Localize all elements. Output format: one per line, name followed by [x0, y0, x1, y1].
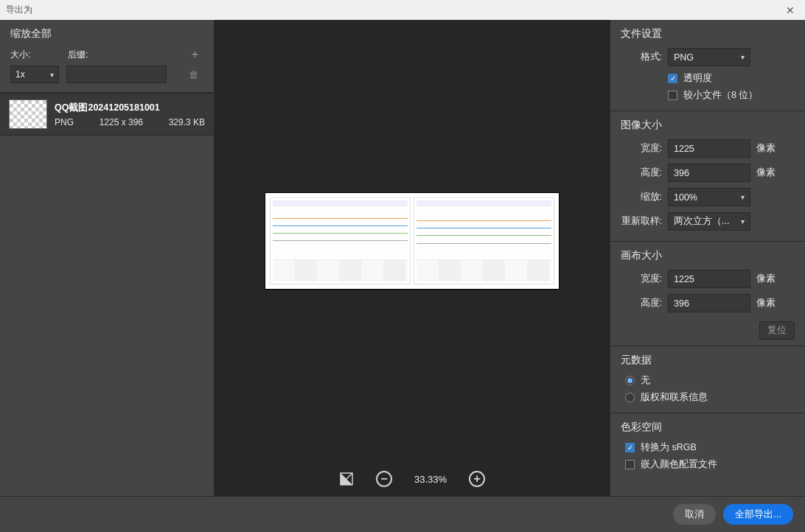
suffix-label: 后缀:: [68, 49, 125, 61]
export-all-button[interactable]: 全部导出...: [723, 504, 793, 525]
asset-thumbnail: [9, 99, 47, 129]
zoom-out-icon[interactable]: −: [376, 471, 392, 487]
metadata-title: 元数据: [621, 354, 795, 367]
format-select[interactable]: PNG ▾: [668, 48, 750, 66]
convert-srgb-checkbox[interactable]: ✓: [625, 443, 635, 452]
size-select[interactable]: 1x ▾: [10, 66, 59, 83]
zoom-level[interactable]: 33.33%: [414, 474, 447, 485]
titlebar: 导出为 ✕: [0, 0, 805, 20]
smaller-file-checkbox[interactable]: [668, 91, 677, 100]
canvas-width-label: 宽度:: [637, 273, 662, 285]
unit-label: 像素: [756, 297, 776, 309]
left-panel: 缩放全部 大小: 后缀: + 1x ▾ 🗑 QQ截图20241205181001: [0, 20, 215, 496]
canvas-height-input[interactable]: [668, 294, 750, 312]
metadata-none-label: 无: [641, 374, 650, 387]
reset-button[interactable]: 复位: [759, 321, 795, 340]
asset-dimensions: 1225 x 396: [100, 117, 143, 127]
close-icon[interactable]: ✕: [776, 0, 805, 20]
scale-all-title: 缩放全部: [10, 27, 203, 41]
format-label: 格式:: [637, 51, 662, 63]
asset-format: PNG: [55, 117, 74, 127]
metadata-copyright-label: 版权和联系信息: [641, 391, 708, 404]
unit-label: 像素: [756, 273, 776, 285]
smaller-file-label: 较小文件（8 位）: [683, 89, 758, 102]
footer: 取消 全部导出...: [0, 496, 805, 532]
transparency-label: 透明度: [683, 72, 712, 85]
trash-icon[interactable]: 🗑: [189, 69, 198, 80]
chevron-down-icon: ▾: [50, 71, 54, 79]
img-scale-select[interactable]: 100% ▾: [668, 188, 750, 206]
size-label: 大小:: [10, 49, 68, 61]
embed-profile-label: 嵌入颜色配置文件: [641, 458, 717, 471]
img-width-label: 宽度:: [637, 142, 662, 155]
canvas-width-input[interactable]: [668, 270, 750, 288]
resample-label: 重新取样:: [621, 215, 662, 228]
asset-name: QQ截图20241205181001: [55, 102, 205, 114]
chevron-down-icon: ▾: [741, 53, 745, 61]
img-height-label: 高度:: [637, 167, 662, 179]
right-panel: 文件设置 格式: PNG ▾ ✓ 透明度 较小文件（8 位） 图像大小 宽度:: [610, 20, 805, 496]
embed-profile-checkbox[interactable]: [625, 460, 635, 469]
image-size-title: 图像大小: [621, 119, 795, 132]
resample-select[interactable]: 两次立方（... ▾: [668, 212, 750, 231]
size-value: 1x: [15, 69, 25, 80]
window-title: 导出为: [6, 4, 32, 16]
canvas-height-label: 高度:: [637, 297, 662, 309]
preview-image: [265, 193, 559, 289]
canvas-size-title: 画布大小: [621, 249, 795, 262]
img-width-input[interactable]: [668, 139, 750, 158]
convert-srgb-label: 转换为 sRGB: [641, 441, 697, 454]
zoom-in-icon[interactable]: +: [469, 471, 485, 487]
metadata-copyright-radio[interactable]: [625, 393, 635, 402]
chevron-down-icon: ▾: [741, 193, 745, 201]
suffix-input[interactable]: [66, 66, 167, 83]
unit-label: 像素: [756, 167, 776, 179]
preview-stage[interactable]: [215, 20, 610, 462]
center-panel: − 33.33% +: [215, 20, 610, 496]
unit-label: 像素: [756, 142, 776, 155]
asset-filesize: 329.3 KB: [169, 117, 205, 127]
metadata-none-radio[interactable]: [625, 376, 635, 385]
add-size-icon[interactable]: +: [192, 48, 198, 61]
color-space-title: 色彩空间: [621, 421, 795, 434]
transparency-checkbox[interactable]: ✓: [668, 74, 677, 83]
asset-item[interactable]: QQ截图20241205181001 PNG 1225 x 396 329.3 …: [0, 93, 214, 136]
chevron-down-icon: ▾: [741, 217, 745, 225]
compare-icon[interactable]: [339, 472, 354, 486]
img-scale-label: 缩放:: [637, 191, 662, 203]
cancel-button[interactable]: 取消: [673, 504, 716, 525]
img-height-input[interactable]: [668, 164, 750, 182]
file-settings-title: 文件设置: [621, 27, 795, 41]
preview-toolbar: − 33.33% +: [215, 462, 610, 496]
